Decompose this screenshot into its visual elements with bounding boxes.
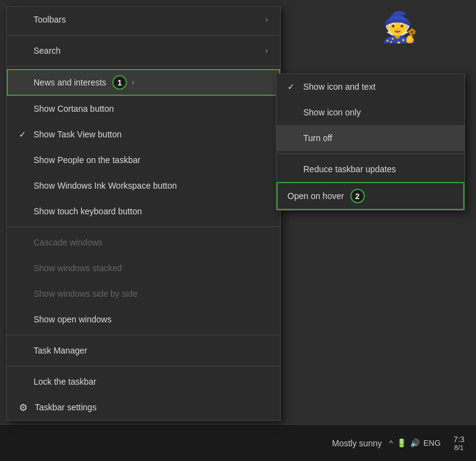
arrow-search: ›	[265, 46, 268, 55]
date-display: 8/1	[454, 444, 463, 451]
desktop: 🧙 Toolbars › Search › News and interests…	[0, 0, 476, 424]
menu-item-stacked: Show windows stacked	[7, 255, 280, 281]
sub-menu-icon-text[interactable]: ✓ Show icon and text	[276, 74, 464, 100]
sub-menu-icon-only[interactable]: Show icon only	[276, 100, 464, 125]
notification-chevron-icon[interactable]: ^	[389, 438, 393, 448]
label-news-interests: News and interests	[34, 78, 106, 87]
sub-menu-turn-off[interactable]: Turn off	[276, 125, 464, 151]
label-taskbar-settings: Taskbar settings	[35, 402, 96, 412]
avatar: 🧙	[378, 6, 427, 55]
menu-item-task-manager[interactable]: Task Manager	[7, 338, 280, 363]
check-icon-text: ✓	[287, 82, 297, 92]
menu-item-taskbar-settings[interactable]: ⚙ Taskbar settings	[7, 394, 280, 420]
label-toolbars: Toolbars	[34, 15, 66, 24]
volume-icon[interactable]: 🔊	[410, 438, 420, 448]
language-indicator[interactable]: ENG	[424, 438, 441, 448]
time-display: 7:3	[453, 435, 464, 444]
separator-2	[7, 66, 280, 67]
system-tray-icons: ^ 🔋 🔊 ENG	[389, 438, 441, 448]
label-lock: Lock the taskbar	[34, 377, 96, 387]
sub-menu-open-hover[interactable]: Open on hover 2	[276, 182, 464, 210]
separator-4	[7, 335, 280, 335]
menu-item-search[interactable]: Search ›	[7, 38, 280, 64]
arrow-toolbars: ›	[265, 15, 268, 24]
menu-item-news-interests[interactable]: News and interests 1 ›	[7, 69, 280, 96]
gear-icon: ⚙	[19, 402, 27, 413]
label-ink: Show Windows Ink Workspace button	[34, 181, 177, 191]
label-open-hover: Open on hover	[287, 191, 344, 201]
sub-separator-1	[276, 153, 464, 154]
menu-item-people[interactable]: Show People on the taskbar	[7, 147, 280, 173]
menu-item-side-by-side: Show windows side by side	[7, 281, 280, 307]
label-stacked: Show windows stacked	[34, 263, 122, 273]
label-touch: Show touch keyboard button	[34, 206, 142, 216]
menu-item-toolbars[interactable]: Toolbars ›	[7, 7, 280, 32]
label-cascade: Cascade windows	[34, 238, 103, 247]
menu-item-lock-taskbar[interactable]: Lock the taskbar	[7, 369, 280, 394]
separator-1	[7, 35, 280, 35]
label-icon-only: Show icon only	[303, 107, 361, 117]
context-menu-left: Toolbars › Search › News and interests 1…	[6, 6, 281, 421]
menu-item-touch-keyboard[interactable]: Show touch keyboard button	[7, 198, 280, 224]
menu-item-open-windows[interactable]: Show open windows	[7, 307, 280, 332]
clock[interactable]: 7:3 8/1	[445, 435, 472, 451]
weather-widget[interactable]: Mostly sunny	[332, 438, 382, 448]
menu-item-cascade: Cascade windows	[7, 230, 280, 255]
label-search: Search	[34, 46, 60, 56]
label-side: Show windows side by side	[34, 289, 137, 299]
check-task-view: ✓	[19, 129, 29, 139]
menu-item-cortana[interactable]: Show Cortana button	[7, 96, 280, 122]
battery-icon: 🔋	[397, 438, 406, 448]
context-menu-right: ✓ Show icon and text Show icon only Turn…	[276, 73, 465, 211]
label-task-view: Show Task View button	[34, 129, 121, 139]
label-open-windows: Show open windows	[34, 314, 112, 324]
menu-item-ink[interactable]: Show Windows Ink Workspace button	[7, 173, 280, 198]
separator-3	[7, 227, 280, 227]
label-cortana: Show Cortana button	[34, 104, 114, 114]
menu-item-task-view[interactable]: ✓ Show Task View button	[7, 122, 280, 147]
label-icon-text: Show icon and text	[303, 82, 375, 92]
label-reduce-updates: Reduce taskbar updates	[303, 164, 396, 174]
taskbar: Mostly sunny ^ 🔋 🔊 ENG 7:3 8/1	[0, 424, 476, 461]
arrow-news: ›	[132, 78, 134, 87]
weather-label: Mostly sunny	[332, 438, 382, 448]
step-badge-1: 1	[112, 75, 127, 90]
label-task-manager: Task Manager	[34, 346, 87, 355]
label-people: Show People on the taskbar	[34, 155, 140, 165]
step-badge-2: 2	[350, 189, 365, 203]
sub-menu-reduce-updates[interactable]: Reduce taskbar updates	[276, 156, 464, 182]
label-turn-off: Turn off	[303, 133, 332, 143]
separator-5	[7, 366, 280, 366]
